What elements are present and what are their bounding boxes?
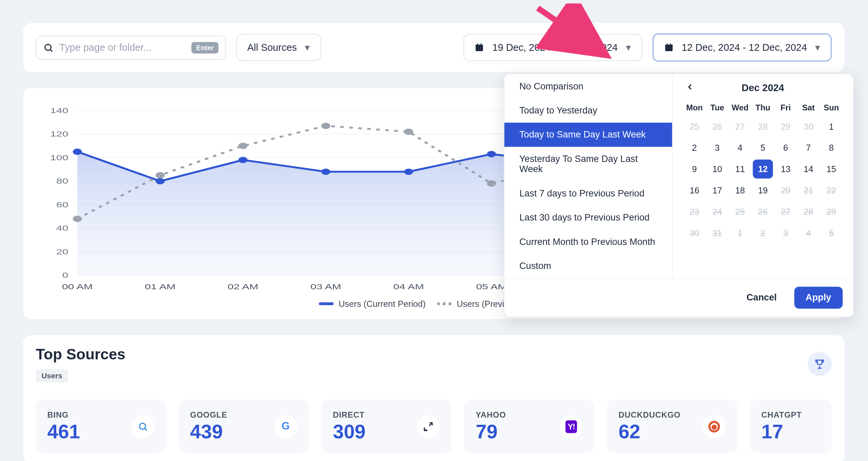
calendar-day: 1: [730, 224, 750, 243]
preset-item[interactable]: Yesterday To Same Day Last Week: [505, 147, 672, 182]
svg-text:20: 20: [56, 247, 68, 256]
svg-text:100: 100: [50, 153, 68, 162]
calendar-day[interactable]: 4: [730, 138, 750, 157]
svg-point-48: [156, 172, 165, 179]
calendar-day[interactable]: 14: [798, 160, 818, 179]
google-icon: G: [274, 415, 297, 438]
calendar-day[interactable]: 18: [730, 181, 750, 200]
calendar-day: 25: [684, 117, 705, 136]
metric-pill[interactable]: Users: [36, 369, 68, 382]
apply-button[interactable]: Apply: [794, 287, 843, 309]
search-input[interactable]: [59, 42, 186, 53]
svg-point-49: [238, 143, 248, 149]
compare-range-label: 12 Dec, 2024 - 12 Dec, 2024: [682, 42, 807, 53]
svg-point-38: [156, 178, 165, 184]
preset-item[interactable]: No Comparison: [505, 74, 672, 98]
svg-text:01 AM: 01 AM: [145, 282, 176, 291]
svg-rect-9: [670, 43, 671, 45]
calendar-day: 26: [753, 202, 773, 221]
calendar-day[interactable]: 1: [821, 117, 842, 136]
calendar-day: 2: [753, 224, 773, 243]
calendar-dow: Sun: [820, 100, 843, 116]
svg-point-40: [321, 169, 331, 175]
preset-item[interactable]: Last 7 days to Previous Period: [505, 182, 672, 206]
calendar-day: 4: [798, 224, 818, 243]
yahoo-icon: Y!: [560, 415, 583, 438]
calendar-day: 20: [775, 181, 796, 200]
svg-text:80: 80: [56, 177, 68, 185]
trophy-icon: [814, 358, 825, 370]
svg-rect-4: [477, 43, 478, 45]
calendar-dow: Fri: [774, 100, 797, 116]
source-card[interactable]: DUCKDUCKGO 62: [607, 400, 737, 453]
calendar-day: 27: [730, 117, 750, 136]
compare-range-panel: No ComparisonToday to YesterdayToday to …: [504, 74, 854, 317]
source-card[interactable]: DIRECT 309: [321, 400, 452, 453]
calendar-day: 29: [775, 117, 796, 136]
calendar-day[interactable]: 9: [684, 160, 705, 179]
source-value: 17: [761, 420, 802, 443]
calendar-day: 5: [821, 224, 842, 243]
source-value: 309: [333, 420, 366, 443]
calendar-day[interactable]: 17: [707, 181, 727, 200]
source-card[interactable]: GOOGLE 439 G: [179, 400, 309, 453]
filter-bar: Enter All Sources ▾ 19 Dec, 2024 - 19 De…: [23, 23, 845, 72]
svg-rect-7: [665, 45, 672, 46]
svg-point-61: [711, 424, 717, 430]
calendar-day: 29: [821, 202, 842, 221]
svg-point-52: [487, 180, 496, 187]
preset-item[interactable]: Custom: [505, 254, 672, 278]
calendar-day[interactable]: 2: [684, 138, 705, 157]
calendar: Dec 2024 MonTueWedThuFriSatSun 252627282…: [673, 74, 853, 278]
calendar-day[interactable]: 7: [798, 138, 818, 157]
source-card[interactable]: YAHOO 79 Y!: [464, 400, 594, 453]
calendar-day: 3: [775, 224, 796, 243]
svg-point-50: [321, 123, 331, 129]
preset-item[interactable]: Current Month to Previous Month: [505, 230, 672, 254]
calendar-day[interactable]: 5: [753, 138, 773, 157]
compare-range-dropdown[interactable]: 12 Dec, 2024 - 12 Dec, 2024 ▾: [652, 34, 832, 62]
date-range-dropdown[interactable]: 19 Dec, 2024 - 19 Dec, 2024 ▾: [463, 34, 642, 61]
preset-item[interactable]: Today to Yesterday: [505, 99, 672, 123]
calendar-day: 28: [753, 117, 773, 136]
calendar-day[interactable]: 15: [821, 160, 842, 179]
svg-point-0: [45, 44, 51, 50]
cancel-button[interactable]: Cancel: [738, 287, 785, 309]
calendar-day: 28: [798, 202, 818, 221]
legend-current: Users (Current Period): [319, 299, 426, 309]
svg-text:04 AM: 04 AM: [393, 282, 424, 291]
source-name: GOOGLE: [190, 410, 228, 419]
calendar-day[interactable]: 6: [775, 138, 796, 157]
source-name: CHATGPT: [761, 410, 802, 419]
preset-item[interactable]: Today to Same Day Last Week: [505, 123, 672, 147]
calendar-day[interactable]: 10: [707, 160, 727, 179]
svg-text:05 AM: 05 AM: [476, 282, 507, 291]
calendar-day[interactable]: 8: [821, 138, 842, 157]
search-input-wrap[interactable]: Enter: [36, 36, 226, 60]
preset-list: No ComparisonToday to YesterdayToday to …: [505, 74, 673, 278]
source-card[interactable]: CHATGPT 17: [750, 400, 832, 453]
chevron-down-icon: ▾: [815, 41, 820, 54]
calendar-day[interactable]: 3: [707, 138, 727, 157]
sources-dropdown[interactable]: All Sources ▾: [236, 34, 321, 61]
calendar-day[interactable]: 19: [753, 181, 773, 200]
calendar-prev-button[interactable]: [683, 80, 697, 96]
top-sources-title: Top Sources: [36, 345, 125, 363]
source-name: BING: [47, 410, 80, 419]
source-card[interactable]: BING 461: [36, 400, 166, 453]
calendar-day[interactable]: 16: [684, 181, 705, 200]
sources-dropdown-label: All Sources: [247, 42, 297, 53]
direct-icon: [417, 415, 440, 438]
calendar-day: 30: [798, 117, 818, 136]
chevron-down-icon: ▾: [626, 41, 631, 54]
date-range-label: 19 Dec, 2024 - 19 Dec, 2024: [492, 42, 618, 53]
calendar-day: 23: [684, 202, 705, 221]
preset-item[interactable]: Last 30 days to Previous Period: [505, 206, 672, 230]
calendar-day[interactable]: 13: [775, 160, 796, 179]
calendar-day[interactable]: 12: [753, 160, 773, 179]
svg-point-41: [404, 169, 413, 175]
calendar-day[interactable]: 11: [730, 160, 750, 179]
calendar-day: 22: [821, 181, 842, 200]
top-sources-card: Top Sources Users BING 461 GOOGLE 439 G …: [23, 335, 845, 461]
trophy-button[interactable]: [808, 352, 832, 376]
